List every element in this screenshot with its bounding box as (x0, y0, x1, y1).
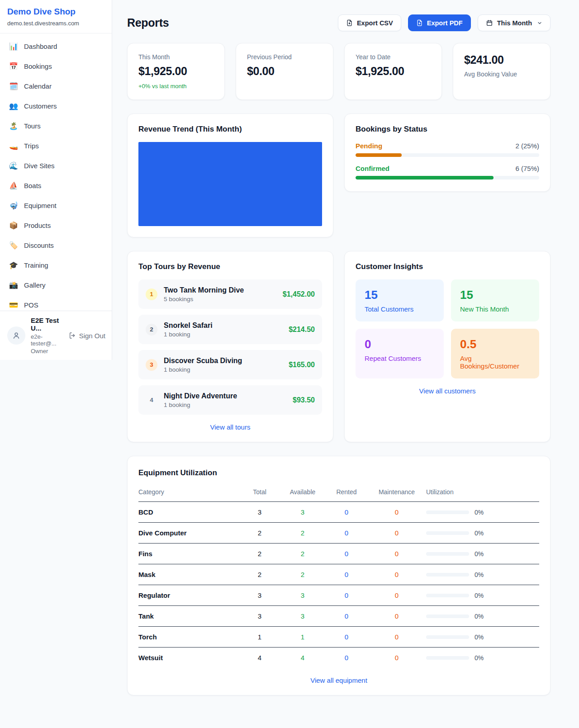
insight-value: 0.5 (460, 337, 530, 351)
sidebar-item-gallery[interactable]: 📸 Gallery (4, 277, 108, 293)
insight-label: New This Month (460, 305, 530, 313)
utilization-percent: 0% (475, 613, 484, 620)
tour-bookings: 1 booking (164, 331, 282, 338)
tour-name: Night Dive Adventure (164, 392, 237, 400)
table-row: Mask 2 2 0 0 0% (138, 564, 539, 585)
table-header-row: Category Total Available Rented Maintena… (138, 486, 539, 502)
user-panel: E2E Test U... e2e-tester@... Owner Sign … (0, 311, 112, 360)
equipment-table: Category Total Available Rented Maintena… (138, 486, 539, 668)
available-value: 3 (280, 502, 326, 523)
sidebar-item-dashboard[interactable]: 📊 Dashboard (4, 38, 108, 55)
user-info: E2E Test U... e2e-tester@... Owner (31, 317, 63, 355)
equipment-category: Regulator (138, 585, 240, 606)
total-value: 2 (240, 564, 280, 585)
export-pdf-label: Export PDF (427, 19, 463, 27)
available-value: 3 (280, 606, 326, 627)
sidebar-item-bookings[interactable]: 📅 Bookings (4, 58, 108, 75)
utilization-percent: 0% (475, 633, 484, 641)
sidebar-item-products[interactable]: 📦 Products (4, 217, 108, 234)
rented-value: 0 (326, 564, 367, 585)
sidebar-item-boats[interactable]: ⛵ Boats (4, 177, 108, 194)
equipment-utilization-card: Equipment Utilization Category Total Ava… (127, 456, 551, 695)
view-all-equipment-link[interactable]: View all equipment (138, 676, 539, 684)
table-row: Tank 3 3 0 0 0% (138, 606, 539, 627)
sidebar-item-label: Gallery (24, 281, 46, 289)
insight-value: 0 (365, 337, 435, 351)
maintenance-value: 0 (367, 648, 426, 668)
available-value: 3 (280, 585, 326, 606)
sidebar-item-pos[interactable]: 💳 POS (4, 297, 108, 311)
status-label: Pending (356, 142, 382, 150)
export-pdf-button[interactable]: Export PDF (408, 14, 471, 31)
customer-insights-card: Customer Insights 15 Total Customers 15 … (344, 251, 551, 442)
sailboat-icon: ⛵ (9, 181, 18, 190)
utilization-bar (426, 594, 469, 597)
sidebar-item-trips[interactable]: 🚤 Trips (4, 137, 108, 154)
utilization-percent: 0% (475, 592, 484, 599)
sign-out-button[interactable]: Sign Out (69, 332, 105, 340)
period-dropdown[interactable]: This Month (478, 14, 551, 31)
table-row: Wetsuit 4 4 0 0 0% (138, 648, 539, 668)
sidebar: Demo Dive Shop demo.test.divestreams.com… (0, 0, 112, 360)
total-value: 3 (240, 502, 280, 523)
brand-header: Demo Dive Shop demo.test.divestreams.com (0, 0, 112, 33)
tour-amount: $214.50 (289, 326, 315, 334)
sidebar-item-label: Products (24, 222, 51, 229)
page-title: Reports (127, 16, 169, 29)
view-all-tours-link[interactable]: View all tours (138, 423, 322, 431)
page-header: Reports Export CSV Export PDF (127, 14, 551, 31)
rented-value: 0 (326, 606, 367, 627)
view-all-customers-link[interactable]: View all customers (356, 387, 539, 395)
sidebar-item-label: Discounts (24, 241, 54, 249)
col-category: Category (138, 486, 240, 502)
utilization-bar (426, 531, 469, 535)
progress-fill (356, 176, 494, 180)
rank-badge: 4 (146, 394, 157, 406)
stat-label: Avg Booking Value (464, 71, 539, 78)
avatar (7, 326, 25, 345)
charts-row: Revenue Trend (This Month) Bookings by S… (127, 113, 551, 237)
progress-fill (356, 153, 402, 157)
insight-tile-new-this-month: 15 New This Month (451, 279, 539, 321)
package-icon: 📦 (9, 221, 18, 230)
island-icon: 🏝️ (9, 122, 18, 130)
stat-label: Year to Date (356, 53, 431, 61)
stat-card-this-month: This Month $1,925.00 +0% vs last month (127, 43, 225, 100)
stat-card-previous-period: Previous Period $0.00 (236, 43, 333, 100)
utilization-percent: 0% (475, 529, 484, 537)
tour-row: 3 Discover Scuba Diving 1 booking $165.0… (138, 350, 322, 379)
stat-value: $241.00 (464, 53, 539, 66)
app-root: Demo Dive Shop demo.test.divestreams.com… (0, 0, 579, 728)
utilization-bar (426, 552, 469, 556)
export-csv-button[interactable]: Export CSV (338, 14, 401, 31)
utilization-bar (426, 573, 469, 577)
rank-badge: 2 (146, 324, 157, 336)
insight-tile-total-customers: 15 Total Customers (356, 279, 444, 321)
sidebar-item-equipment[interactable]: 🤿 Equipment (4, 197, 108, 214)
shop-name: Demo Dive Shop (7, 7, 104, 17)
sidebar-item-label: Tours (24, 122, 41, 130)
total-value: 1 (240, 627, 280, 648)
sidebar-item-calendar[interactable]: 🗓️ Calendar (4, 78, 108, 95)
sidebar-item-discounts[interactable]: 🏷️ Discounts (4, 237, 108, 254)
period-label: This Month (497, 19, 532, 27)
sidebar-item-training[interactable]: 🎓 Training (4, 257, 108, 274)
stat-label: Previous Period (247, 53, 322, 61)
sidebar-item-customers[interactable]: 👥 Customers (4, 98, 108, 114)
sidebar-item-label: POS (24, 301, 38, 309)
equipment-category: Mask (138, 564, 240, 585)
table-row: Fins 2 2 0 0 0% (138, 544, 539, 564)
progress-track (356, 176, 539, 180)
equipment-category: Tank (138, 606, 240, 627)
calendar-pad-icon: 🗓️ (9, 82, 18, 90)
user-name: E2E Test U... (31, 317, 63, 332)
total-value: 2 (240, 544, 280, 564)
sidebar-item-dive-sites[interactable]: 🌊 Dive Sites (4, 157, 108, 174)
stat-value: $0.00 (247, 65, 322, 78)
rented-value: 0 (326, 544, 367, 564)
sidebar-item-label: Equipment (24, 202, 57, 209)
export-csv-label: Export CSV (357, 19, 393, 27)
rented-value: 0 (326, 648, 367, 668)
available-value: 1 (280, 627, 326, 648)
sidebar-item-tours[interactable]: 🏝️ Tours (4, 118, 108, 134)
